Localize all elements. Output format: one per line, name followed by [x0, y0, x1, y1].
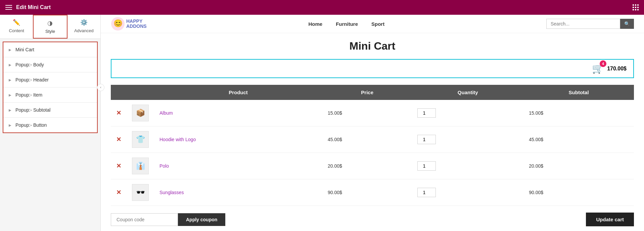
nav-sport[interactable]: Sport: [371, 21, 384, 27]
chevron-icon: ▶: [9, 108, 11, 112]
product-price-cell: 45.00$: [322, 126, 412, 153]
page-title: Mini Cart: [111, 40, 634, 52]
th-product: Product: [154, 85, 322, 100]
product-subtotal-cell: 90.00$: [523, 179, 634, 206]
quantity-input[interactable]: [417, 108, 436, 118]
product-name[interactable]: Album: [159, 110, 173, 116]
nav-home[interactable]: Home: [308, 21, 322, 27]
sidebar-item-popup-item[interactable]: ▶ Popup:- Item: [3, 88, 97, 103]
nav-furniture[interactable]: Furniture: [336, 21, 358, 27]
product-thumbnail: 👔: [132, 158, 149, 174]
th-quantity: Quantity: [412, 85, 523, 100]
product-price: 45.00$: [328, 137, 342, 142]
product-qty-cell: [412, 179, 523, 206]
logo-icon: 😊: [111, 17, 125, 31]
tab-advanced[interactable]: ⚙️ Advanced: [67, 15, 100, 39]
product-thumbnail: 🕶️: [132, 184, 149, 201]
product-thumbnail: 📦: [132, 105, 149, 121]
th-img: [127, 85, 154, 100]
remove-button[interactable]: ✕: [116, 110, 121, 116]
search-button[interactable]: 🔍: [620, 19, 634, 29]
sidebar-item-list: ▶ Mini Cart ▶ Popup:- Body ▶ Popup:- Hea…: [3, 42, 98, 133]
sidebar-item-popup-subtotal[interactable]: ▶ Popup:- Subtotal: [3, 103, 97, 118]
product-thumbnail: 👕: [132, 131, 149, 148]
product-name-cell: Sunglasses: [154, 179, 322, 206]
quantity-input[interactable]: [417, 135, 436, 144]
quantity-input[interactable]: [417, 188, 436, 197]
hamburger-menu[interactable]: [5, 5, 12, 10]
chevron-icon: ▶: [9, 93, 11, 97]
product-name-cell: Album: [154, 100, 322, 126]
product-table: Product Price Quantity Subtotal ✕ 📦 Albu…: [111, 85, 634, 206]
chevron-icon: ▶: [9, 48, 11, 52]
cart-badge: 4: [600, 60, 606, 67]
table-row: ✕ 👔 Polo 20.00$ 20.00$: [111, 153, 634, 179]
remove-cell: ✕: [111, 126, 127, 153]
table-header-row: Product Price Quantity Subtotal: [111, 85, 634, 100]
product-subtotal-cell: 20.00$: [523, 153, 634, 179]
tab-style[interactable]: ◑ Style: [33, 15, 67, 39]
apply-coupon-button[interactable]: Apply coupon: [178, 213, 225, 226]
quantity-input[interactable]: [417, 161, 436, 171]
product-price-cell: 15.00$: [322, 100, 412, 126]
top-bar: Edit Mini Cart: [0, 0, 644, 15]
cart-actions: Apply coupon Update cart: [111, 213, 634, 226]
table-row: ✕ 👕 Hoodie with Logo 45.00$ 45.00$: [111, 126, 634, 153]
pencil-icon: ✏️: [13, 19, 20, 26]
search-area: 🔍: [546, 19, 634, 29]
remove-button[interactable]: ✕: [116, 136, 121, 143]
remove-button[interactable]: ✕: [116, 189, 121, 196]
logo-addons-text: ADDONS: [126, 24, 147, 29]
remove-cell: ✕: [111, 153, 127, 179]
product-qty-cell: [412, 100, 523, 126]
product-subtotal-cell: 15.00$: [523, 100, 634, 126]
product-price: 90.00$: [328, 190, 342, 195]
cart-bar: 🛒 4 170.00$: [111, 59, 634, 78]
product-qty-cell: [412, 126, 523, 153]
th-price: Price: [322, 85, 412, 100]
product-thumb-cell: 👔: [127, 153, 154, 179]
cart-icon-wrap[interactable]: 🛒 4: [592, 63, 604, 74]
remove-button[interactable]: ✕: [116, 163, 121, 169]
product-name-cell: Hoodie with Logo: [154, 126, 322, 153]
product-name-cell: Polo: [154, 153, 322, 179]
nav-header: 😊 HAPPY ADDONS Home Furniture Sport 🔍: [101, 15, 644, 33]
gear-icon: ⚙️: [80, 19, 88, 26]
sidebar-item-mini-cart[interactable]: ▶ Mini Cart: [3, 42, 97, 57]
logo-happy-text: HAPPY: [126, 19, 147, 24]
remove-cell: ✕: [111, 100, 127, 126]
sidebar-item-popup-body[interactable]: ▶ Popup:- Body: [3, 57, 97, 72]
grid-icon[interactable]: [633, 4, 639, 10]
product-qty-cell: [412, 153, 523, 179]
style-icon: ◑: [47, 19, 53, 27]
sidebar-item-popup-header[interactable]: ▶ Popup:- Header: [3, 72, 97, 88]
cart-total: 170.00$: [607, 66, 627, 72]
remove-cell: ✕: [111, 179, 127, 206]
coupon-area: Apply coupon: [111, 213, 225, 226]
tab-content[interactable]: ✏️ Content: [0, 15, 33, 39]
sidebar: ✏️ Content ◑ Style ⚙️ Advanced ▶ Mini Ca…: [0, 15, 101, 231]
product-thumb-cell: 👕: [127, 126, 154, 153]
product-price: 20.00$: [328, 163, 342, 169]
table-row: ✕ 🕶️ Sunglasses 90.00$ 90.00$: [111, 179, 634, 206]
product-name[interactable]: Hoodie with Logo: [159, 137, 196, 142]
product-price-cell: 20.00$: [322, 153, 412, 179]
product-name[interactable]: Sunglasses: [159, 190, 184, 195]
sidebar-item-popup-button[interactable]: ▶ Popup:- Button: [3, 118, 97, 132]
search-input[interactable]: [546, 19, 620, 29]
collapse-sidebar-button[interactable]: ‹: [97, 84, 104, 91]
product-subtotal: 45.00$: [529, 137, 543, 142]
product-subtotal: 90.00$: [529, 190, 543, 195]
update-cart-button[interactable]: Update cart: [586, 213, 634, 226]
svg-text:😊: 😊: [113, 19, 123, 28]
coupon-input[interactable]: [111, 213, 178, 226]
chevron-icon: ▶: [9, 123, 11, 127]
product-thumb-cell: 🕶️: [127, 179, 154, 206]
product-name[interactable]: Polo: [159, 163, 169, 169]
product-price: 15.00$: [328, 110, 342, 116]
chevron-icon: ▶: [9, 63, 11, 67]
content-area: 😊 HAPPY ADDONS Home Furniture Sport 🔍 Mi…: [101, 15, 644, 231]
product-subtotal: 15.00$: [529, 110, 543, 116]
sidebar-tabs: ✏️ Content ◑ Style ⚙️ Advanced: [0, 15, 100, 39]
page-content: Mini Cart 🛒 4 170.00$ Product Price: [101, 33, 644, 231]
